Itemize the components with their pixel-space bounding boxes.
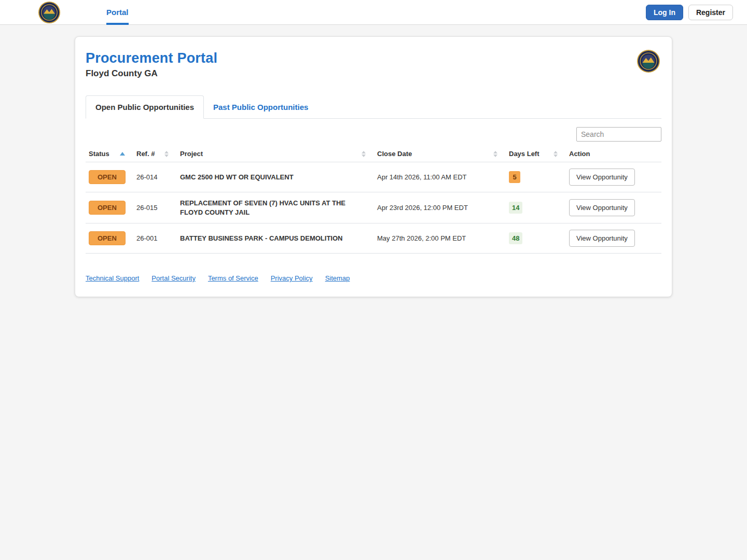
project-name: REPLACEMENT OF SEVEN (7) HVAC UNITS AT T…: [177, 192, 374, 223]
close-date: Apr 14th 2026, 11:00 AM EDT: [374, 162, 506, 192]
sort-ascending-icon: [120, 152, 125, 156]
tab-open-public-opportunities[interactable]: Open Public Opportunities: [86, 95, 204, 119]
column-header-close-date[interactable]: Close Date: [374, 146, 506, 162]
close-date: Apr 23rd 2026, 12:00 PM EDT: [374, 192, 506, 223]
floyd-county-seal-icon: [38, 1, 61, 24]
nav-auth-buttons: Log In Register: [646, 0, 733, 25]
nav-portal-label: Portal: [106, 8, 129, 17]
days-left-badge: 48: [509, 232, 522, 244]
view-opportunity-button[interactable]: View Opportunity: [569, 230, 635, 247]
column-header-ref[interactable]: Ref. #: [133, 146, 177, 162]
search-input[interactable]: [576, 127, 661, 142]
column-header-action: Action: [566, 146, 661, 162]
column-header-days-left[interactable]: Days Left: [506, 146, 566, 162]
search-row: [86, 127, 661, 142]
terms-of-service-link[interactable]: Terms of Service: [208, 274, 258, 282]
table-row: OPEN 26-014 GMC 2500 HD WT OR EQUIVALENT…: [86, 162, 661, 192]
table-header-row: Status Ref. # Project: [86, 146, 661, 162]
sort-both-icon: [554, 151, 558, 157]
ref-number: 26-015: [133, 192, 177, 223]
sort-both-icon: [493, 151, 497, 157]
sort-both-icon: [362, 151, 366, 157]
days-left-badge: 14: [509, 202, 522, 214]
page-title: Procurement Portal: [86, 50, 661, 66]
ref-number: 26-014: [133, 162, 177, 192]
ref-number: 26-001: [133, 223, 177, 254]
procurement-portal-card: Procurement Portal Floyd County GA Open …: [75, 36, 672, 297]
close-date: May 27th 2026, 2:00 PM EDT: [374, 223, 506, 254]
floyd-county-seal-icon: [637, 49, 660, 73]
active-nav-indicator: [106, 23, 129, 25]
view-opportunity-button[interactable]: View Opportunity: [569, 199, 635, 216]
login-button[interactable]: Log In: [646, 5, 683, 20]
status-badge: OPEN: [89, 231, 126, 245]
register-button[interactable]: Register: [688, 5, 733, 20]
sitemap-link[interactable]: Sitemap: [325, 274, 350, 282]
status-badge: OPEN: [89, 201, 126, 215]
table-row: OPEN 26-001 BATTEY BUSINESS PARK - CAMPU…: [86, 223, 661, 254]
top-navigation-bar: Portal Log In Register: [0, 0, 747, 25]
opportunities-table: Status Ref. # Project: [86, 146, 661, 254]
portal-security-link[interactable]: Portal Security: [151, 274, 196, 282]
page-subtitle: Floyd County GA: [86, 68, 661, 79]
column-header-project[interactable]: Project: [177, 146, 374, 162]
opportunities-tabbar: Open Public Opportunities Past Public Op…: [86, 95, 661, 119]
days-left-badge: 5: [509, 171, 520, 183]
view-opportunity-button[interactable]: View Opportunity: [569, 169, 635, 186]
tab-past-public-opportunities[interactable]: Past Public Opportunities: [204, 96, 317, 118]
project-name: GMC 2500 HD WT OR EQUIVALENT: [177, 162, 374, 192]
technical-support-link[interactable]: Technical Support: [86, 274, 139, 282]
table-row: OPEN 26-015 REPLACEMENT OF SEVEN (7) HVA…: [86, 192, 661, 223]
project-name: BATTEY BUSINESS PARK - CAMPUS DEMOLITION: [177, 223, 374, 254]
sort-both-icon: [164, 151, 169, 157]
status-badge: OPEN: [89, 170, 126, 184]
privacy-policy-link[interactable]: Privacy Policy: [271, 274, 313, 282]
column-header-status[interactable]: Status: [86, 146, 133, 162]
footer-links: Technical Support Portal Security Terms …: [86, 274, 661, 282]
nav-portal-link[interactable]: Portal: [106, 0, 129, 25]
